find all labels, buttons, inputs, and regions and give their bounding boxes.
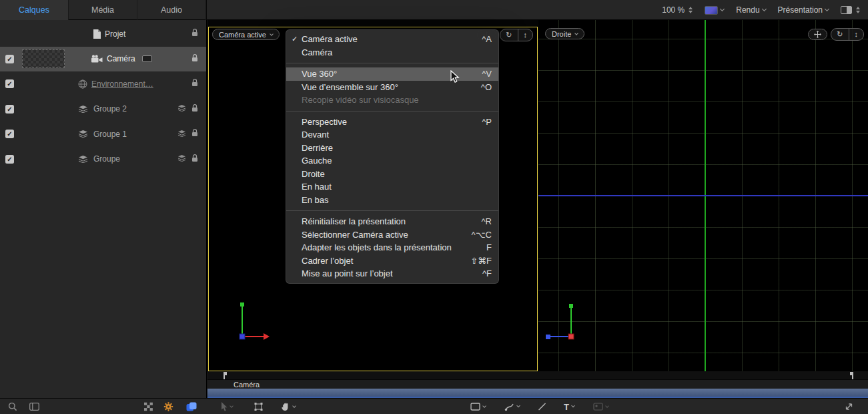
lock-icon[interactable] (191, 129, 198, 139)
timeline-track-bar[interactable] (207, 389, 868, 398)
rendu-dropdown[interactable]: Rendu (736, 5, 765, 15)
play-range-end-marker[interactable] (849, 372, 853, 379)
orbit-view-button[interactable]: ↻ (500, 29, 517, 41)
menu-item-en-haut[interactable]: En haut (286, 180, 498, 194)
visibility-checkbox[interactable] (5, 155, 14, 164)
visibility-checkbox[interactable] (5, 130, 14, 138)
menu-item-camera-active[interactable]: ✓ Caméra active ^A (286, 33, 498, 46)
menu-separator (286, 210, 498, 211)
menu-item-gauche[interactable]: Gauche (286, 154, 498, 168)
layer-row-groupe-1[interactable]: Groupe 1 (0, 122, 206, 147)
layer-row-camera[interactable]: Caméra (0, 47, 206, 72)
dolly-view-button[interactable]: ↕ (518, 29, 533, 41)
resize-handle[interactable] (845, 402, 853, 411)
motion-app-window: Calques Média Audio 100 % Rendu Présenta… (0, 0, 868, 414)
menu-item-cadrer-objet[interactable]: Cadrer l’objet ⇧⌘F (286, 254, 498, 268)
menu-item-reinitialiser[interactable]: Réinitialiser la présentation ^R (286, 215, 498, 228)
visibility-checkbox[interactable] (5, 79, 14, 88)
tab-calques[interactable]: Calques (0, 0, 69, 20)
select-tool[interactable] (221, 402, 233, 411)
menu-item-shortcut: ^O (481, 82, 492, 92)
presentation-dropdown[interactable]: Présentation (778, 5, 829, 15)
menu-item-selectionner-camera[interactable]: Sélectionner Caméra active ^⌥C (286, 228, 498, 242)
view-popup-droite[interactable]: Droite (545, 28, 584, 39)
rect-tool-icon (470, 403, 480, 411)
play-range-start-marker[interactable] (224, 372, 228, 379)
checkerboard-toggle[interactable] (144, 402, 153, 411)
tab-media[interactable]: Média (69, 0, 137, 20)
viewport-droite[interactable]: Droite ↻ ↕ (538, 20, 868, 371)
stepper-icon (689, 7, 693, 13)
checkerboard-icon (144, 402, 153, 411)
visibility-checkbox[interactable] (5, 105, 14, 114)
menu-item-shortcut: ⇧⌘F (470, 256, 492, 266)
tab-audio[interactable]: Audio (137, 0, 206, 20)
timeline-ruler[interactable] (207, 371, 868, 380)
orbit-view-button[interactable]: ↻ (831, 29, 848, 40)
menu-item-devant[interactable]: Devant (286, 128, 498, 142)
menu-item-camera[interactable]: Caméra (286, 46, 498, 59)
layers-badge-toggle[interactable] (186, 402, 197, 411)
gear-toggle[interactable] (163, 401, 173, 411)
layer-row-groupe-2[interactable]: Groupe 2 (0, 97, 206, 122)
menu-item-shortcut: ^R (482, 216, 492, 226)
layer-row-environnement[interactable]: Environnement… (0, 71, 206, 97)
globe-icon (78, 79, 87, 89)
menu-item-label: Recopie vidéo sur visiocasque (302, 95, 484, 105)
lock-icon[interactable] (191, 104, 198, 114)
layout-selector[interactable] (841, 6, 860, 14)
lock-icon[interactable] (191, 154, 198, 164)
menu-item-label: Gauche (302, 156, 492, 166)
color-swatch-icon (705, 6, 718, 15)
menu-item-mise-au-point[interactable]: Mise au point sur l’objet ^F (286, 267, 498, 280)
transform-icon (254, 402, 263, 411)
lock-icon[interactable] (191, 79, 198, 89)
menu-item-label: Vue d’ensemble sur 360° (302, 82, 473, 92)
hand-icon (282, 402, 290, 411)
menu-item-adapter-objets[interactable]: Adapter les objets dans la présentation … (286, 241, 498, 254)
text-tool[interactable]: T (564, 401, 574, 411)
mouse-cursor (450, 70, 460, 84)
timeline-track-label: Caméra (234, 381, 260, 389)
lock-icon[interactable] (191, 54, 198, 64)
view-options-toolbar: 100 % Rendu Présentation (662, 0, 860, 20)
layer-thumbnail (22, 49, 65, 68)
chevron-down-icon (230, 404, 234, 408)
axis-gizmo[interactable] (234, 300, 274, 341)
image-mask-tool[interactable] (593, 403, 608, 411)
menu-item-shortcut: ^F (482, 268, 492, 278)
stepper-icon (856, 7, 860, 13)
pan-hand-tool[interactable] (282, 402, 296, 411)
view-popup-camera-active[interactable]: Caméra active (212, 29, 280, 40)
menu-item-vue-ensemble-360[interactable]: Vue d’ensemble sur 360° ^O (286, 81, 498, 94)
lock-icon[interactable] (191, 29, 198, 39)
transform-tool[interactable] (254, 402, 263, 411)
layers-icon (78, 156, 88, 163)
menu-item-droite[interactable]: Droite (286, 168, 498, 181)
zoom-level-dropdown[interactable]: 100 % (662, 5, 693, 15)
menu-item-perspective[interactable]: Perspective ^P (286, 116, 498, 129)
search-icon (8, 402, 17, 411)
pan-view-button[interactable] (808, 29, 827, 40)
menu-item-en-bas[interactable]: En bas (286, 194, 498, 207)
visibility-checkbox[interactable] (5, 55, 14, 63)
channel-dropdown[interactable] (705, 6, 724, 15)
layer-row-projet[interactable]: Projet (0, 21, 206, 47)
layer-label: Caméra (107, 54, 135, 63)
menu-item-derriere[interactable]: Derrière (286, 142, 498, 155)
search-button[interactable] (8, 402, 17, 411)
line-tool[interactable] (538, 402, 546, 411)
paint-stroke-tool[interactable] (504, 402, 520, 411)
menu-item-vue-360[interactable]: Vue 360° ^V (286, 67, 498, 81)
dolly-view-button[interactable]: ↕ (849, 29, 864, 40)
dolly-icon: ↕ (855, 29, 859, 39)
resize-diagonal-icon (845, 402, 853, 411)
axis-gizmo[interactable] (544, 299, 590, 342)
shape-tool[interactable] (470, 403, 486, 411)
layers-panel: Projet Caméra Environnement… (0, 20, 207, 398)
layer-label: Environnement… (91, 79, 153, 89)
toggle-sidebar-button[interactable] (29, 403, 39, 411)
document-icon (93, 29, 101, 39)
layer-row-groupe[interactable]: Groupe (0, 147, 206, 172)
menu-item-label: En bas (302, 195, 492, 205)
